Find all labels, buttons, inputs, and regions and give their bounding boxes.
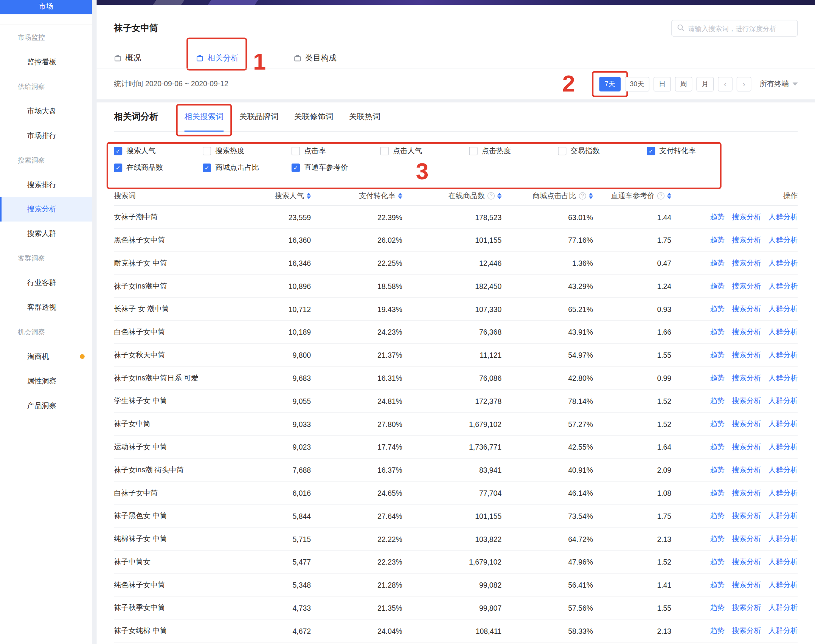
crowd-analysis-link[interactable]: 人群分析	[768, 626, 798, 636]
trend-link[interactable]: 趋势	[710, 396, 725, 406]
sort-icon[interactable]	[497, 192, 501, 199]
sidebar-item[interactable]: 属性洞察	[0, 369, 92, 393]
period-button[interactable]: 30天	[625, 76, 650, 91]
trend-link[interactable]: 趋势	[710, 442, 725, 452]
search-analysis-link[interactable]: 搜索分析	[732, 258, 761, 268]
search-analysis-link[interactable]: 搜索分析	[732, 557, 761, 566]
sort-icon[interactable]	[307, 192, 311, 199]
column-header[interactable]: 在线商品数?	[402, 191, 501, 200]
sidebar-item[interactable]: 搜索排行	[0, 172, 92, 197]
sidebar-item[interactable]: 搜索人群	[0, 222, 92, 246]
search-analysis-link[interactable]: 搜索分析	[732, 350, 761, 360]
prev-page-button[interactable]: ‹	[718, 76, 733, 91]
page-tab[interactable]: 概况	[114, 53, 141, 63]
trend-link[interactable]: 趋势	[710, 626, 725, 636]
period-button[interactable]: 月	[696, 76, 714, 91]
trend-link[interactable]: 趋势	[710, 488, 725, 498]
analysis-tab[interactable]: 关联修饰词	[294, 102, 334, 131]
crowd-analysis-link[interactable]: 人群分析	[768, 603, 798, 613]
trend-link[interactable]: 趋势	[710, 350, 725, 360]
analysis-tab[interactable]: 关联热词	[349, 102, 380, 131]
crowd-analysis-link[interactable]: 人群分析	[768, 419, 798, 429]
metric-checkbox-item[interactable]: 点击率	[292, 146, 380, 156]
crowd-analysis-link[interactable]: 人群分析	[768, 442, 798, 452]
trend-link[interactable]: 趋势	[710, 465, 725, 475]
trend-link[interactable]: 趋势	[710, 511, 725, 521]
search-analysis-link[interactable]: 搜索分析	[732, 235, 761, 245]
crowd-analysis-link[interactable]: 人群分析	[768, 327, 798, 337]
metric-checkbox-item[interactable]: 点击热度	[469, 146, 558, 156]
trend-link[interactable]: 趋势	[710, 258, 725, 268]
search-box[interactable]	[671, 20, 798, 36]
metric-checkbox-item[interactable]: 在线商品数	[114, 163, 203, 172]
crowd-analysis-link[interactable]: 人群分析	[768, 373, 798, 383]
sidebar-item[interactable]: 行业客群	[0, 271, 92, 295]
period-button[interactable]: 日	[654, 76, 671, 91]
metric-checkbox-item[interactable]: 点击人气	[380, 146, 469, 156]
search-analysis-link[interactable]: 搜索分析	[732, 213, 761, 222]
search-analysis-link[interactable]: 搜索分析	[732, 488, 761, 498]
metric-checkbox-item[interactable]: 商城点击占比	[203, 163, 292, 172]
crowd-analysis-link[interactable]: 人群分析	[768, 534, 798, 543]
sort-icon[interactable]	[667, 192, 671, 199]
crowd-analysis-link[interactable]: 人群分析	[768, 511, 798, 521]
crowd-analysis-link[interactable]: 人群分析	[768, 213, 798, 222]
trend-link[interactable]: 趋势	[710, 327, 725, 337]
sidebar-item[interactable]: 客群透视	[0, 295, 92, 320]
search-analysis-link[interactable]: 搜索分析	[732, 626, 761, 636]
crowd-analysis-link[interactable]: 人群分析	[768, 304, 798, 314]
trend-link[interactable]: 趋势	[710, 373, 725, 383]
metric-checkbox-item[interactable]: 搜索热度	[203, 146, 292, 156]
metric-checkbox-item[interactable]: 搜索人气	[114, 146, 203, 156]
trend-link[interactable]: 趋势	[710, 557, 725, 566]
crowd-analysis-link[interactable]: 人群分析	[768, 281, 798, 291]
search-analysis-link[interactable]: 搜索分析	[732, 465, 761, 475]
search-analysis-link[interactable]: 搜索分析	[732, 603, 761, 613]
period-button[interactable]: 7天2	[599, 76, 621, 91]
search-analysis-link[interactable]: 搜索分析	[732, 281, 761, 291]
search-analysis-link[interactable]: 搜索分析	[732, 511, 761, 521]
column-header[interactable]: 搜索人气	[234, 191, 311, 200]
sidebar-item[interactable]: 市场排行	[0, 123, 92, 148]
trend-link[interactable]: 趋势	[710, 213, 725, 222]
crowd-analysis-link[interactable]: 人群分析	[768, 258, 798, 268]
period-button[interactable]: 周	[675, 76, 692, 91]
sidebar-item[interactable]: 市场大盘	[0, 99, 92, 123]
next-page-button[interactable]: ›	[737, 76, 751, 91]
search-analysis-link[interactable]: 搜索分析	[732, 580, 761, 590]
sort-icon[interactable]	[398, 192, 402, 199]
crowd-analysis-link[interactable]: 人群分析	[768, 396, 798, 406]
crowd-analysis-link[interactable]: 人群分析	[768, 557, 798, 566]
sidebar-item[interactable]: 监控看板	[0, 50, 92, 74]
page-tab[interactable]: 相关分析1	[196, 53, 239, 63]
sidebar-item[interactable]: 淘商机	[0, 344, 92, 369]
search-analysis-link[interactable]: 搜索分析	[732, 327, 761, 337]
page-tab[interactable]: 类目构成	[293, 53, 336, 63]
crowd-analysis-link[interactable]: 人群分析	[768, 465, 798, 475]
trend-link[interactable]: 趋势	[710, 534, 725, 543]
sort-icon[interactable]	[589, 192, 593, 199]
trend-link[interactable]: 趋势	[710, 281, 725, 291]
crowd-analysis-link[interactable]: 人群分析	[768, 350, 798, 360]
search-analysis-link[interactable]: 搜索分析	[732, 419, 761, 429]
crowd-analysis-link[interactable]: 人群分析	[768, 235, 798, 245]
crowd-analysis-link[interactable]: 人群分析	[768, 488, 798, 498]
search-analysis-link[interactable]: 搜索分析	[732, 373, 761, 383]
terminal-select[interactable]: 所有终端	[760, 79, 798, 88]
column-header[interactable]: 商城点击占比?	[501, 191, 593, 200]
search-analysis-link[interactable]: 搜索分析	[732, 396, 761, 406]
trend-link[interactable]: 趋势	[710, 580, 725, 590]
metric-checkbox-item[interactable]: 支付转化率	[647, 146, 736, 156]
sidebar-top-market[interactable]: 市场	[0, 0, 92, 14]
search-input[interactable]	[688, 24, 792, 32]
analysis-tab[interactable]: 关联品牌词	[239, 102, 279, 131]
search-analysis-link[interactable]: 搜索分析	[732, 534, 761, 543]
search-analysis-link[interactable]: 搜索分析	[732, 304, 761, 314]
search-analysis-link[interactable]: 搜索分析	[732, 442, 761, 452]
trend-link[interactable]: 趋势	[710, 304, 725, 314]
metric-checkbox-item[interactable]: 直通车参考价	[292, 163, 380, 172]
trend-link[interactable]: 趋势	[710, 235, 725, 245]
sidebar-item[interactable]: 产品洞察	[0, 393, 92, 418]
trend-link[interactable]: 趋势	[710, 603, 725, 613]
crowd-analysis-link[interactable]: 人群分析	[768, 580, 798, 590]
